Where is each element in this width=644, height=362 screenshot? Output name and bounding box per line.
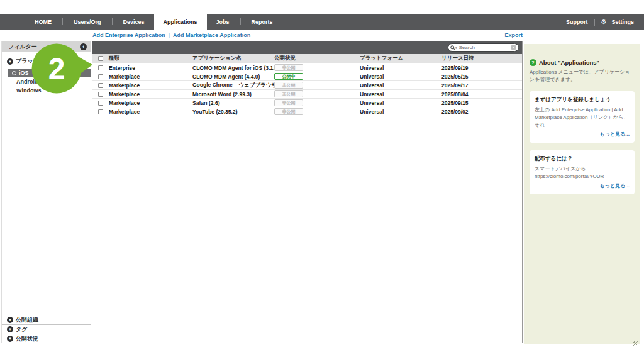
cell-release-date: 2025/09/19 [441,65,522,71]
cell-release-date: 2025/09/15 [441,100,522,106]
filter-section-platform-label: プラットフォーム [16,57,62,65]
top-navbar: HOME Users/Org Devices Applications Jobs… [0,14,644,30]
filter-section-tags-label: タグ [16,326,27,334]
filter-section-organizations[interactable]: ▾ 公開組織 [2,315,91,324]
status-badge: 非公開 [274,90,303,97]
see-more-link[interactable]: もっと見る... [535,182,630,189]
collapse-sidebar-icon[interactable]: ‹ [80,43,87,50]
search-input[interactable] [458,44,511,51]
cell-app-name: Safari (2.6) [192,100,274,106]
column-header-release-date[interactable]: リリース日時 [441,55,522,62]
table-row[interactable]: Marketplace Microsoft Word (2.99.3) 非公開 … [92,90,522,99]
help-description: Applications メニューでは、アプリケーションを管理できます。 [530,69,635,84]
cell-platform: Universal [360,91,441,97]
help-card-register-app: まずはアプリを登録しましょう 左上の Add Enterprise Applic… [530,91,635,143]
cell-type: Marketplace [109,109,192,115]
status-badge: 非公開 [274,108,303,115]
row-checkbox[interactable] [98,109,103,114]
column-header-app-name[interactable]: アプリケーション名 [192,55,274,62]
filter-section-publish-status[interactable]: ▾ 公開状況 [2,334,91,343]
section-toggle-icon: ▾ [7,326,13,332]
app-window: HOME Users/Org Devices Applications Jobs… [0,0,644,362]
filter-sidebar: フィルター ‹ ▾ プラットフォーム iOS Android Windows ▾… [1,41,91,343]
gear-icon: ⚙ [601,19,607,25]
help-title-text: About "Applications" [539,59,599,66]
help-card-title: 配布するには？ [535,155,630,163]
help-card-title: まずはアプリを登録しましょう [535,96,630,104]
status-badge: 非公開 [274,82,303,89]
tab-home[interactable]: HOME [25,14,61,30]
tab-applications[interactable]: Applications [154,14,207,31]
cell-type: Marketplace [109,82,192,89]
search-box[interactable]: ▾ × [448,43,519,52]
status-badge: 非公開 [274,64,303,71]
search-icon [450,45,455,50]
table-row[interactable]: Marketplace Safari (2.6) 非公開 Universal 2… [92,99,522,107]
tab-reports[interactable]: Reports [242,14,282,30]
filter-title: フィルター [8,43,37,51]
support-link[interactable]: Support [566,19,588,25]
filter-section-organizations-label: 公開組織 [16,316,38,324]
table-row[interactable]: Marketplace CLOMO MDM Agent (4.4.0) 公開中 … [92,72,522,81]
applications-table-panel: ▾ × 種類 アプリケーション名 公開状況 プラットフォーム リリース日時 En… [92,41,523,343]
filter-option-ios-label: iOS [19,70,29,76]
help-card-body: スマートデバイスから https://clomo.com/portal/YOUR… [535,165,630,180]
section-toggle-icon: ▾ [7,317,13,323]
status-badge: 非公開 [274,99,303,106]
cell-release-date: 2025/09/02 [441,109,522,115]
cell-platform: Universal [360,100,441,106]
filter-option-ios[interactable]: iOS [8,69,91,77]
resize-handle-icon[interactable] [633,341,638,346]
cell-platform: Universal [360,74,441,80]
nav-separator [240,18,241,25]
row-checkbox[interactable] [98,74,103,79]
search-clear-icon[interactable]: × [511,45,516,50]
cell-app-name: CLOMO MDM Agent for iOS (3.1.0.... [192,65,274,71]
nav-separator [62,18,63,25]
table-row[interactable]: Marketplace YouTube (20.35.2) 非公開 Univer… [92,107,522,116]
help-card-distribute: 配布するには？ スマートデバイスから https://clomo.com/por… [530,150,635,194]
cell-release-date: 2025/05/15 [441,74,522,80]
see-more-link[interactable]: もっと見る... [535,131,630,138]
tab-users-org[interactable]: Users/Org [64,14,111,30]
tab-jobs[interactable]: Jobs [207,14,239,30]
cell-app-name: CLOMO MDM Agent (4.4.0) [192,74,274,80]
nav-separator [594,19,595,26]
add-enterprise-application-link[interactable]: Add Enterprise Application [92,32,165,38]
select-all-checkbox[interactable] [98,56,103,61]
filter-option-android[interactable]: Android [2,77,91,86]
section-toggle-icon: ▾ [7,336,13,342]
cell-platform: Universal [360,65,441,71]
export-link[interactable]: Export [504,32,523,38]
cell-app-name: YouTube (20.35.2) [192,109,274,115]
cell-app-name: Microsoft Word (2.99.3) [192,91,274,97]
cell-type: Marketplace [109,74,192,80]
row-checkbox[interactable] [98,65,103,70]
add-marketplace-application-link[interactable]: Add Marketplace Application [173,32,250,38]
link-separator: | [169,32,170,38]
row-checkbox[interactable] [98,101,103,106]
row-checkbox[interactable] [98,92,103,97]
table-row[interactable]: Marketplace Google Chrome – ウェブブラウザ (...… [92,81,522,90]
column-header-type[interactable]: 種類 [109,55,192,62]
cell-type: Marketplace [109,100,192,106]
settings-link[interactable]: Settings [611,19,634,25]
filter-option-windows[interactable]: Windows [2,86,91,95]
help-question-icon: ? [530,59,536,66]
help-card-body: 左上の Add Enterprise Application | Add Mar… [535,106,630,129]
filter-section-platform[interactable]: ▾ プラットフォーム [2,52,91,69]
nav-separator [112,18,113,25]
row-checkbox[interactable] [98,83,103,88]
column-header-platform[interactable]: プラットフォーム [360,55,441,62]
table-row[interactable]: Enterprise CLOMO MDM Agent for iOS (3.1.… [92,63,522,72]
column-header-publish-status[interactable]: 公開状況 [274,55,360,62]
filter-section-tags[interactable]: ▾ タグ [2,324,91,334]
filter-section-publish-status-label: 公開状況 [16,335,38,343]
section-toggle-icon: ▾ [7,58,13,65]
status-badge: 公開中 [274,73,303,80]
tab-devices[interactable]: Devices [114,14,154,30]
search-scope-caret-icon[interactable]: ▾ [455,46,457,50]
cell-release-date: 2025/08/04 [441,91,522,97]
cell-platform: Universal [360,82,441,89]
cell-type: Enterprise [109,65,192,71]
